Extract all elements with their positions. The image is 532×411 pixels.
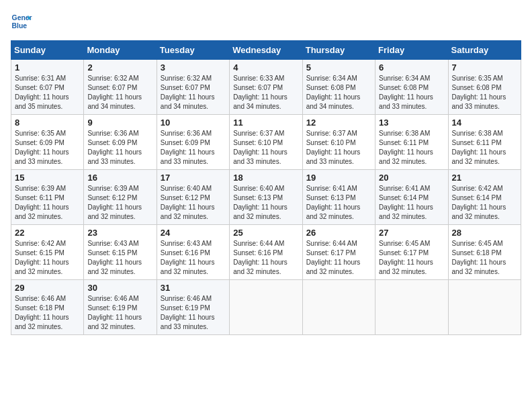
calendar-cell: 29Sunrise: 6:46 AM Sunset: 6:18 PM Dayli…: [11, 280, 84, 335]
calendar-table: SundayMondayTuesdayWednesdayThursdayFrid…: [11, 40, 521, 335]
day-info: Sunrise: 6:39 AM Sunset: 6:12 PM Dayligh…: [87, 184, 152, 222]
day-number: 6: [379, 62, 444, 73]
calendar-cell: 19Sunrise: 6:41 AM Sunset: 6:13 PM Dayli…: [302, 170, 375, 225]
calendar-cell: 6Sunrise: 6:34 AM Sunset: 6:08 PM Daylig…: [375, 60, 448, 115]
day-info: Sunrise: 6:42 AM Sunset: 6:15 PM Dayligh…: [15, 239, 80, 277]
day-info: Sunrise: 6:40 AM Sunset: 6:13 PM Dayligh…: [233, 184, 298, 222]
day-number: 14: [452, 118, 517, 128]
day-number: 18: [233, 173, 298, 183]
calendar-cell: 17Sunrise: 6:40 AM Sunset: 6:12 PM Dayli…: [157, 170, 229, 225]
calendar-cell: [302, 280, 375, 335]
calendar-cell: 23Sunrise: 6:43 AM Sunset: 6:15 PM Dayli…: [84, 225, 157, 280]
page-header: General Blue: [11, 11, 521, 32]
calendar-cell: 5Sunrise: 6:34 AM Sunset: 6:08 PM Daylig…: [302, 60, 375, 115]
logo: General Blue: [11, 11, 32, 32]
calendar-week-2: 8Sunrise: 6:35 AM Sunset: 6:09 PM Daylig…: [11, 115, 521, 170]
calendar-cell: 7Sunrise: 6:35 AM Sunset: 6:08 PM Daylig…: [448, 60, 521, 115]
day-number: 29: [15, 283, 80, 293]
day-number: 7: [452, 62, 517, 73]
calendar-week-1: 1Sunrise: 6:31 AM Sunset: 6:07 PM Daylig…: [11, 60, 521, 115]
day-info: Sunrise: 6:46 AM Sunset: 6:19 PM Dayligh…: [161, 294, 226, 332]
calendar-cell: 18Sunrise: 6:40 AM Sunset: 6:13 PM Dayli…: [230, 170, 302, 225]
day-number: 26: [306, 228, 371, 238]
logo-icon: General Blue: [11, 11, 32, 32]
calendar-cell: 14Sunrise: 6:38 AM Sunset: 6:11 PM Dayli…: [448, 115, 521, 170]
day-info: Sunrise: 6:43 AM Sunset: 6:16 PM Dayligh…: [161, 239, 226, 277]
day-info: Sunrise: 6:46 AM Sunset: 6:18 PM Dayligh…: [15, 294, 80, 332]
svg-text:Blue: Blue: [12, 22, 28, 30]
calendar-cell: 26Sunrise: 6:44 AM Sunset: 6:17 PM Dayli…: [302, 225, 375, 280]
calendar-cell: [448, 280, 521, 335]
day-info: Sunrise: 6:37 AM Sunset: 6:10 PM Dayligh…: [306, 129, 371, 167]
day-info: Sunrise: 6:36 AM Sunset: 6:09 PM Dayligh…: [161, 129, 226, 167]
calendar-cell: [375, 280, 448, 335]
day-number: 24: [161, 228, 226, 238]
day-number: 25: [233, 228, 298, 238]
day-info: Sunrise: 6:34 AM Sunset: 6:08 PM Dayligh…: [379, 74, 444, 111]
day-info: Sunrise: 6:37 AM Sunset: 6:10 PM Dayligh…: [233, 129, 298, 167]
day-info: Sunrise: 6:41 AM Sunset: 6:13 PM Dayligh…: [306, 184, 371, 222]
day-info: Sunrise: 6:36 AM Sunset: 6:09 PM Dayligh…: [87, 129, 152, 167]
calendar-cell: 16Sunrise: 6:39 AM Sunset: 6:12 PM Dayli…: [84, 170, 157, 225]
day-number: 27: [379, 228, 444, 238]
day-info: Sunrise: 6:35 AM Sunset: 6:09 PM Dayligh…: [15, 129, 80, 167]
day-info: Sunrise: 6:34 AM Sunset: 6:08 PM Dayligh…: [306, 74, 371, 111]
day-number: 13: [379, 118, 444, 128]
day-number: 16: [87, 173, 152, 183]
day-number: 10: [161, 118, 226, 128]
calendar-cell: 12Sunrise: 6:37 AM Sunset: 6:10 PM Dayli…: [302, 115, 375, 170]
col-header-saturday: Saturday: [448, 41, 521, 60]
day-info: Sunrise: 6:40 AM Sunset: 6:12 PM Dayligh…: [161, 184, 226, 222]
day-info: Sunrise: 6:46 AM Sunset: 6:19 PM Dayligh…: [87, 294, 152, 332]
day-number: 3: [161, 62, 226, 73]
day-number: 23: [87, 228, 152, 238]
day-number: 17: [161, 173, 226, 183]
calendar-cell: 4Sunrise: 6:33 AM Sunset: 6:07 PM Daylig…: [230, 60, 302, 115]
calendar-week-3: 15Sunrise: 6:39 AM Sunset: 6:11 PM Dayli…: [11, 170, 521, 225]
calendar-cell: 1Sunrise: 6:31 AM Sunset: 6:07 PM Daylig…: [11, 60, 84, 115]
day-number: 12: [306, 118, 371, 128]
col-header-sunday: Sunday: [11, 41, 84, 60]
calendar-cell: 25Sunrise: 6:44 AM Sunset: 6:16 PM Dayli…: [230, 225, 302, 280]
day-info: Sunrise: 6:43 AM Sunset: 6:15 PM Dayligh…: [87, 239, 152, 277]
col-header-tuesday: Tuesday: [157, 41, 229, 60]
day-info: Sunrise: 6:38 AM Sunset: 6:11 PM Dayligh…: [452, 129, 517, 167]
day-number: 5: [306, 62, 371, 73]
calendar-cell: 13Sunrise: 6:38 AM Sunset: 6:11 PM Dayli…: [375, 115, 448, 170]
col-header-friday: Friday: [375, 41, 448, 60]
calendar-cell: 8Sunrise: 6:35 AM Sunset: 6:09 PM Daylig…: [11, 115, 84, 170]
day-number: 19: [306, 173, 371, 183]
calendar-cell: 21Sunrise: 6:42 AM Sunset: 6:14 PM Dayli…: [448, 170, 521, 225]
calendar-cell: 24Sunrise: 6:43 AM Sunset: 6:16 PM Dayli…: [157, 225, 229, 280]
day-number: 22: [15, 228, 80, 238]
calendar-week-5: 29Sunrise: 6:46 AM Sunset: 6:18 PM Dayli…: [11, 280, 521, 335]
day-info: Sunrise: 6:39 AM Sunset: 6:11 PM Dayligh…: [15, 184, 80, 222]
day-number: 4: [233, 62, 298, 73]
col-header-wednesday: Wednesday: [230, 41, 302, 60]
calendar-cell: 11Sunrise: 6:37 AM Sunset: 6:10 PM Dayli…: [230, 115, 302, 170]
day-number: 11: [233, 118, 298, 128]
day-info: Sunrise: 6:42 AM Sunset: 6:14 PM Dayligh…: [452, 184, 517, 222]
day-info: Sunrise: 6:32 AM Sunset: 6:07 PM Dayligh…: [161, 74, 226, 111]
calendar-cell: 2Sunrise: 6:32 AM Sunset: 6:07 PM Daylig…: [84, 60, 157, 115]
col-header-monday: Monday: [84, 41, 157, 60]
calendar-cell: 22Sunrise: 6:42 AM Sunset: 6:15 PM Dayli…: [11, 225, 84, 280]
day-number: 9: [87, 118, 152, 128]
calendar-cell: 15Sunrise: 6:39 AM Sunset: 6:11 PM Dayli…: [11, 170, 84, 225]
day-number: 15: [15, 173, 80, 183]
col-header-thursday: Thursday: [302, 41, 375, 60]
day-info: Sunrise: 6:44 AM Sunset: 6:16 PM Dayligh…: [233, 239, 298, 277]
calendar-week-4: 22Sunrise: 6:42 AM Sunset: 6:15 PM Dayli…: [11, 225, 521, 280]
day-info: Sunrise: 6:38 AM Sunset: 6:11 PM Dayligh…: [379, 129, 444, 167]
calendar-cell: 27Sunrise: 6:45 AM Sunset: 6:17 PM Dayli…: [375, 225, 448, 280]
calendar-cell: 10Sunrise: 6:36 AM Sunset: 6:09 PM Dayli…: [157, 115, 229, 170]
day-number: 28: [452, 228, 517, 238]
day-number: 20: [379, 173, 444, 183]
day-info: Sunrise: 6:45 AM Sunset: 6:17 PM Dayligh…: [379, 239, 444, 277]
day-info: Sunrise: 6:44 AM Sunset: 6:17 PM Dayligh…: [306, 239, 371, 277]
calendar-cell: 20Sunrise: 6:41 AM Sunset: 6:14 PM Dayli…: [375, 170, 448, 225]
day-number: 2: [87, 62, 152, 73]
calendar-cell: 30Sunrise: 6:46 AM Sunset: 6:19 PM Dayli…: [84, 280, 157, 335]
calendar-cell: 31Sunrise: 6:46 AM Sunset: 6:19 PM Dayli…: [157, 280, 229, 335]
day-info: Sunrise: 6:45 AM Sunset: 6:18 PM Dayligh…: [452, 239, 517, 277]
